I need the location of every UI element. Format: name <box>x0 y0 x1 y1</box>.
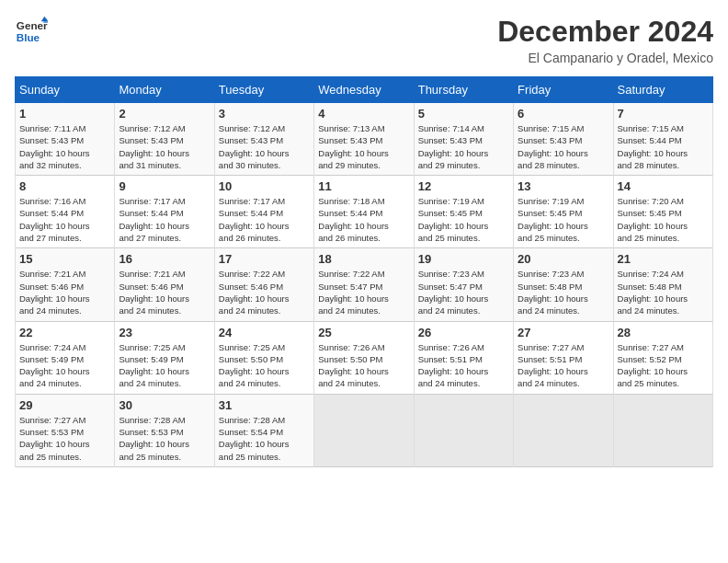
calendar-cell: 10Sunrise: 7:17 AM Sunset: 5:44 PM Dayli… <box>214 176 313 248</box>
day-header-sunday: Sunday <box>16 77 115 103</box>
calendar-cell: 30Sunrise: 7:28 AM Sunset: 5:53 PM Dayli… <box>115 394 214 466</box>
day-number: 18 <box>318 252 409 266</box>
day-header-tuesday: Tuesday <box>214 77 313 103</box>
day-details: Sunrise: 7:28 AM Sunset: 5:54 PM Dayligh… <box>219 414 310 463</box>
day-number: 1 <box>19 107 110 121</box>
calendar-cell: 2Sunrise: 7:12 AM Sunset: 5:43 PM Daylig… <box>115 103 214 176</box>
day-details: Sunrise: 7:27 AM Sunset: 5:53 PM Dayligh… <box>19 414 110 463</box>
month-title: December 2024 <box>497 15 713 49</box>
day-number: 10 <box>219 179 310 193</box>
calendar-cell: 24Sunrise: 7:25 AM Sunset: 5:50 PM Dayli… <box>214 321 313 394</box>
day-header-wednesday: Wednesday <box>314 77 414 103</box>
calendar-cell: 6Sunrise: 7:15 AM Sunset: 5:43 PM Daylig… <box>514 103 613 176</box>
calendar-cell: 1Sunrise: 7:11 AM Sunset: 5:43 PM Daylig… <box>16 103 115 176</box>
calendar-cell: 5Sunrise: 7:14 AM Sunset: 5:43 PM Daylig… <box>414 103 513 176</box>
day-details: Sunrise: 7:22 AM Sunset: 5:46 PM Dayligh… <box>219 268 310 316</box>
day-number: 3 <box>219 107 310 121</box>
day-number: 4 <box>318 107 409 121</box>
day-details: Sunrise: 7:24 AM Sunset: 5:48 PM Dayligh… <box>618 268 709 316</box>
calendar-cell <box>414 394 513 466</box>
calendar-cell: 8Sunrise: 7:16 AM Sunset: 5:44 PM Daylig… <box>16 176 115 248</box>
day-number: 23 <box>119 326 210 339</box>
day-number: 17 <box>219 252 310 266</box>
day-number: 27 <box>518 326 609 339</box>
calendar-table: SundayMondayTuesdayWednesdayThursdayFrid… <box>15 76 713 467</box>
calendar-cell: 25Sunrise: 7:26 AM Sunset: 5:50 PM Dayli… <box>314 321 414 394</box>
day-number: 8 <box>19 179 110 193</box>
day-number: 15 <box>19 252 110 266</box>
day-number: 13 <box>518 179 609 193</box>
day-details: Sunrise: 7:23 AM Sunset: 5:48 PM Dayligh… <box>518 268 609 316</box>
calendar-week-5: 29Sunrise: 7:27 AM Sunset: 5:53 PM Dayli… <box>16 394 713 466</box>
day-number: 9 <box>119 179 210 193</box>
day-number: 6 <box>518 107 609 121</box>
day-details: Sunrise: 7:17 AM Sunset: 5:44 PM Dayligh… <box>219 195 310 244</box>
calendar-week-1: 1Sunrise: 7:11 AM Sunset: 5:43 PM Daylig… <box>16 103 713 176</box>
day-number: 7 <box>618 107 709 121</box>
calendar-cell: 27Sunrise: 7:27 AM Sunset: 5:51 PM Dayli… <box>514 321 613 394</box>
location-subtitle: El Campanario y Oradel, Mexico <box>497 51 713 65</box>
title-area: December 2024 El Campanario y Oradel, Me… <box>497 15 713 65</box>
day-details: Sunrise: 7:12 AM Sunset: 5:43 PM Dayligh… <box>219 122 310 171</box>
day-number: 26 <box>418 326 509 339</box>
calendar-cell: 3Sunrise: 7:12 AM Sunset: 5:43 PM Daylig… <box>214 103 313 176</box>
day-details: Sunrise: 7:24 AM Sunset: 5:49 PM Dayligh… <box>19 341 110 390</box>
calendar-cell: 28Sunrise: 7:27 AM Sunset: 5:52 PM Dayli… <box>613 321 712 394</box>
day-details: Sunrise: 7:25 AM Sunset: 5:50 PM Dayligh… <box>219 341 310 390</box>
calendar-week-2: 8Sunrise: 7:16 AM Sunset: 5:44 PM Daylig… <box>16 176 713 248</box>
day-number: 25 <box>318 326 409 339</box>
day-header-thursday: Thursday <box>414 77 513 103</box>
logo: General Blue <box>15 15 48 48</box>
svg-text:Blue: Blue <box>17 31 40 43</box>
day-number: 28 <box>618 326 709 339</box>
day-details: Sunrise: 7:26 AM Sunset: 5:51 PM Dayligh… <box>418 341 509 390</box>
day-details: Sunrise: 7:16 AM Sunset: 5:44 PM Dayligh… <box>19 195 110 244</box>
day-details: Sunrise: 7:18 AM Sunset: 5:44 PM Dayligh… <box>318 195 409 244</box>
day-details: Sunrise: 7:15 AM Sunset: 5:44 PM Dayligh… <box>618 122 709 171</box>
calendar-cell: 16Sunrise: 7:21 AM Sunset: 5:46 PM Dayli… <box>115 248 214 321</box>
day-details: Sunrise: 7:15 AM Sunset: 5:43 PM Dayligh… <box>518 122 609 171</box>
day-details: Sunrise: 7:27 AM Sunset: 5:51 PM Dayligh… <box>518 341 609 390</box>
day-details: Sunrise: 7:11 AM Sunset: 5:43 PM Dayligh… <box>19 122 110 171</box>
calendar-cell <box>314 394 414 466</box>
day-number: 12 <box>418 179 509 193</box>
calendar-cell: 12Sunrise: 7:19 AM Sunset: 5:45 PM Dayli… <box>414 176 513 248</box>
logo-icon: General Blue <box>15 15 48 48</box>
day-details: Sunrise: 7:19 AM Sunset: 5:45 PM Dayligh… <box>418 195 509 244</box>
calendar-cell: 29Sunrise: 7:27 AM Sunset: 5:53 PM Dayli… <box>16 394 115 466</box>
day-number: 14 <box>618 179 709 193</box>
calendar-cell: 26Sunrise: 7:26 AM Sunset: 5:51 PM Dayli… <box>414 321 513 394</box>
day-details: Sunrise: 7:22 AM Sunset: 5:47 PM Dayligh… <box>318 268 409 316</box>
calendar-cell: 15Sunrise: 7:21 AM Sunset: 5:46 PM Dayli… <box>16 248 115 321</box>
calendar-cell: 9Sunrise: 7:17 AM Sunset: 5:44 PM Daylig… <box>115 176 214 248</box>
day-number: 16 <box>119 252 210 266</box>
day-details: Sunrise: 7:21 AM Sunset: 5:46 PM Dayligh… <box>119 268 210 316</box>
day-details: Sunrise: 7:23 AM Sunset: 5:47 PM Dayligh… <box>418 268 509 316</box>
calendar-cell <box>613 394 712 466</box>
day-number: 24 <box>219 326 310 339</box>
calendar-week-3: 15Sunrise: 7:21 AM Sunset: 5:46 PM Dayli… <box>16 248 713 321</box>
day-details: Sunrise: 7:21 AM Sunset: 5:46 PM Dayligh… <box>19 268 110 316</box>
days-header-row: SundayMondayTuesdayWednesdayThursdayFrid… <box>16 77 713 103</box>
calendar-week-4: 22Sunrise: 7:24 AM Sunset: 5:49 PM Dayli… <box>16 321 713 394</box>
day-number: 11 <box>318 179 409 193</box>
calendar-cell <box>514 394 613 466</box>
day-number: 19 <box>418 252 509 266</box>
day-details: Sunrise: 7:19 AM Sunset: 5:45 PM Dayligh… <box>518 195 609 244</box>
day-header-saturday: Saturday <box>613 77 712 103</box>
day-number: 31 <box>219 398 310 412</box>
page-header: General Blue December 2024 El Campanario… <box>15 15 713 65</box>
calendar-cell: 21Sunrise: 7:24 AM Sunset: 5:48 PM Dayli… <box>613 248 712 321</box>
calendar-cell: 18Sunrise: 7:22 AM Sunset: 5:47 PM Dayli… <box>314 248 414 321</box>
day-details: Sunrise: 7:28 AM Sunset: 5:53 PM Dayligh… <box>119 414 210 463</box>
day-number: 2 <box>119 107 210 121</box>
day-details: Sunrise: 7:20 AM Sunset: 5:45 PM Dayligh… <box>618 195 709 244</box>
calendar-cell: 23Sunrise: 7:25 AM Sunset: 5:49 PM Dayli… <box>115 321 214 394</box>
day-number: 22 <box>19 326 110 339</box>
day-details: Sunrise: 7:17 AM Sunset: 5:44 PM Dayligh… <box>119 195 210 244</box>
calendar-cell: 31Sunrise: 7:28 AM Sunset: 5:54 PM Dayli… <box>214 394 313 466</box>
calendar-cell: 7Sunrise: 7:15 AM Sunset: 5:44 PM Daylig… <box>613 103 712 176</box>
day-number: 5 <box>418 107 509 121</box>
day-details: Sunrise: 7:26 AM Sunset: 5:50 PM Dayligh… <box>318 341 409 390</box>
day-header-friday: Friday <box>514 77 613 103</box>
